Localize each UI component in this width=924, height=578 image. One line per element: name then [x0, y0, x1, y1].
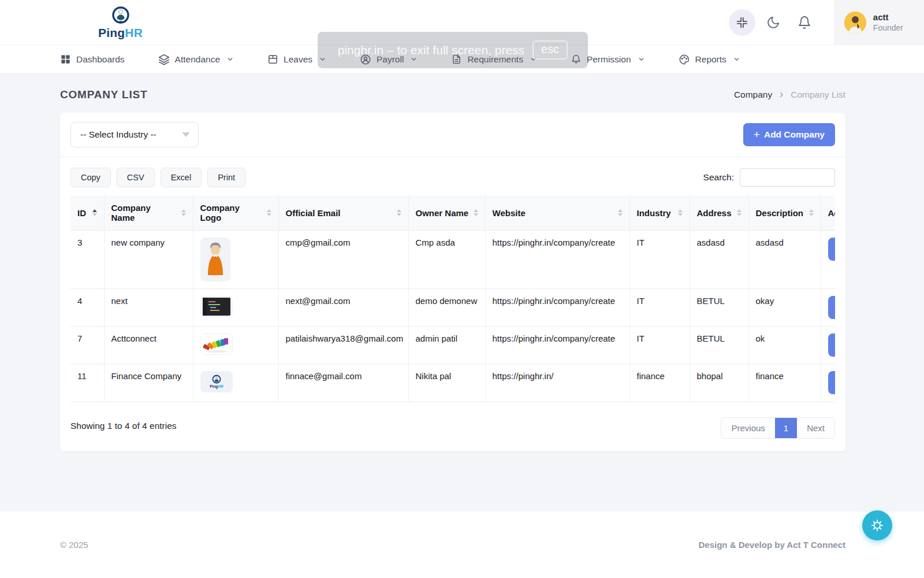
nav-label: Leaves [284, 54, 312, 65]
pagination: Previous 1 Next [721, 417, 835, 439]
column-header-official-email[interactable]: Official Email [278, 195, 408, 231]
column-header-id[interactable]: ID [70, 195, 104, 231]
company-logo-color-cards [200, 334, 233, 355]
column-header-company-logo[interactable]: Company Logo [193, 195, 278, 231]
company-logo-orange-person [200, 238, 230, 281]
page-1-button[interactable]: 1 [775, 418, 797, 438]
brand-logo[interactable]: PingHR [98, 6, 143, 39]
nav-item-reports[interactable]: Reports [679, 54, 740, 65]
cell-owner-name: demo demonew [408, 289, 485, 327]
column-header-industry[interactable]: Industry [629, 195, 690, 231]
edit-company-button[interactable] [828, 371, 836, 394]
nav-label: Dashboards [76, 54, 125, 65]
table-row: 7 Acttconnect [70, 327, 835, 364]
breadcrumb: Company Company List [734, 90, 845, 100]
cell-description: finance [748, 364, 821, 402]
brand-name: PingHR [98, 27, 143, 39]
edit-company-button[interactable] [828, 238, 836, 261]
column-header-website[interactable]: Website [485, 195, 629, 231]
fullscreen-toggle-button[interactable] [729, 9, 755, 36]
layers-icon [158, 54, 170, 65]
cell-company-name: next [104, 289, 193, 327]
nav-item-dashboards[interactable]: Dashboards [60, 54, 125, 65]
previous-page-button[interactable]: Previous [721, 418, 774, 438]
cell-action [821, 327, 835, 364]
cell-official-email: next@gmail.com [278, 289, 408, 327]
industry-select[interactable]: -- Select Industry -- [70, 122, 199, 147]
cell-official-email: patilaishwarya318@gmail.com [278, 327, 408, 364]
chevron-down-icon [226, 55, 234, 63]
nav-item-attendance[interactable]: Attendance [158, 54, 234, 65]
cell-action [821, 289, 835, 327]
edit-icon [834, 340, 836, 350]
breadcrumb-current: Company List [791, 90, 845, 100]
sort-icon [678, 209, 683, 216]
table-header-row: ID Company Name Company Logo Official Em… [70, 195, 835, 231]
print-button[interactable]: Print [207, 168, 245, 187]
cell-official-email: finnace@gmail.com [278, 364, 408, 402]
company-logo-code-screenshot [200, 296, 233, 317]
entries-summary: Showing 1 to 4 of 4 entries [70, 421, 177, 431]
csv-button[interactable]: CSV [117, 168, 155, 187]
notifications-button[interactable] [791, 9, 818, 36]
user-menu[interactable]: actt Founder [834, 0, 924, 45]
cell-action [821, 231, 835, 289]
company-table-wrapper: ID Company Name Company Logo Official Em… [70, 195, 835, 402]
excel-button[interactable]: Excel [161, 168, 202, 187]
settings-fab-button[interactable] [862, 510, 892, 540]
cell-company-name: Acttconnect [104, 327, 193, 364]
cell-company-logo [193, 231, 278, 289]
cell-website: https://pinghr.in/ [485, 364, 629, 402]
next-page-button[interactable]: Next [797, 418, 834, 438]
dark-mode-button[interactable] [760, 9, 787, 36]
esc-key-badge: esc [532, 40, 568, 60]
column-header-owner-name[interactable]: Owner Name [408, 195, 485, 231]
add-company-label: Add Company [764, 129, 825, 140]
sort-icon [737, 209, 742, 216]
copy-button[interactable]: Copy [70, 168, 111, 187]
search-label: Search: [703, 172, 734, 183]
cell-description: okay [748, 289, 821, 327]
table-row: 11 Finance Company PingHR [70, 364, 835, 402]
cell-industry: IT [629, 231, 690, 289]
nav-label: Attendance [175, 54, 220, 65]
search-input[interactable] [740, 168, 835, 187]
svg-text:PingHR: PingHR [210, 384, 223, 389]
cell-address: asdasd [690, 231, 748, 289]
add-company-button[interactable]: + Add Company [743, 123, 835, 146]
grid-icon [60, 54, 71, 65]
column-header-company-name[interactable]: Company Name [104, 195, 193, 231]
select-caret-icon [182, 132, 190, 137]
company-list-card: -- Select Industry -- + Add Company Copy… [60, 113, 845, 451]
breadcrumb-parent[interactable]: Company [734, 90, 772, 100]
cell-industry: finance [629, 364, 690, 402]
cell-description: asdasd [748, 231, 821, 289]
cell-industry: IT [629, 289, 690, 327]
gear-icon [870, 518, 884, 532]
calendar-icon [267, 54, 278, 65]
company-logo-pinghr: PingHR [200, 371, 233, 392]
avatar [844, 12, 866, 34]
sort-icon [618, 209, 623, 216]
column-header-address[interactable]: Address [690, 195, 748, 231]
edit-icon [834, 244, 836, 254]
column-header-action[interactable]: Action [821, 195, 835, 231]
cell-id: 4 [70, 289, 104, 327]
cell-owner-name: Cmp asda [408, 231, 485, 289]
sort-icon [397, 209, 401, 216]
edit-icon [834, 377, 836, 388]
industry-select-value: -- Select Industry -- [80, 129, 157, 140]
cell-company-logo [193, 327, 278, 364]
edit-company-button[interactable] [828, 296, 836, 319]
edit-icon [834, 302, 836, 313]
palette-icon [679, 54, 690, 65]
fullscreen-exit-notice: pinghr.in – to exit full screen, press e… [318, 32, 588, 68]
cell-website: https://pinghr.in/company/create [485, 289, 629, 327]
cell-official-email: cmp@gmail.com [278, 231, 408, 289]
table-row: 3 new company [70, 231, 835, 289]
column-header-description[interactable]: Description [748, 195, 821, 231]
cell-address: bhopal [690, 364, 748, 402]
cell-company-logo: PingHR [193, 364, 278, 402]
export-buttons: Copy CSV Excel Print [70, 168, 245, 187]
edit-company-button[interactable] [828, 334, 836, 357]
